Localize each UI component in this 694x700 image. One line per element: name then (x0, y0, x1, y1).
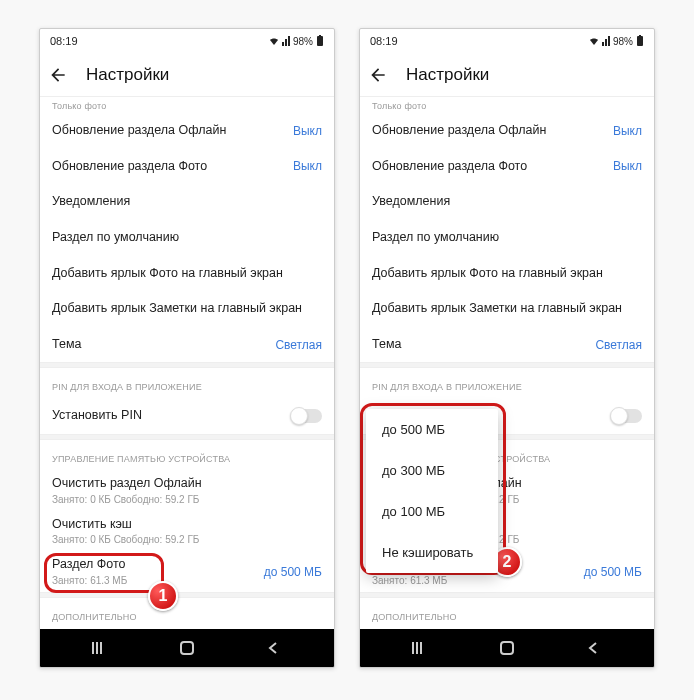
caption-only-photo: Только фото (360, 97, 654, 113)
svg-rect-1 (319, 35, 321, 36)
svg-rect-3 (637, 36, 643, 46)
row-label: Раздел по умолчанию (52, 230, 322, 246)
row-label: Очистить раздел Офлайн (52, 476, 210, 492)
nav-home-button[interactable] (162, 640, 212, 656)
row-label: Установить PIN (52, 408, 292, 424)
popup-option-100[interactable]: до 100 МБ (366, 491, 498, 532)
status-time: 08:19 (370, 35, 398, 47)
row-offline-update[interactable]: Обновление раздела Офлайн Выкл (40, 113, 334, 149)
pin-toggle[interactable] (292, 409, 322, 423)
row-photo-update[interactable]: Обновление раздела Фото Выкл (360, 149, 654, 185)
row-set-pin[interactable]: Установить PIN (40, 398, 334, 434)
row-value: Выкл (293, 124, 322, 138)
row-default-section[interactable]: Раздел по умолчанию (360, 220, 654, 256)
nav-back-button[interactable] (568, 641, 618, 655)
nav-home-button[interactable] (482, 640, 532, 656)
row-value: Выкл (613, 159, 642, 173)
row-clear-cache[interactable]: Очистить кэш Занято: 0 КБ Свободно: 59.2… (40, 511, 334, 552)
settings-content: Только фото Обновление раздела Офлайн Вы… (360, 97, 654, 629)
row-photo-update[interactable]: Обновление раздела Фото Выкл (40, 149, 334, 185)
caption-memory: УПРАВЛЕНИЕ ПАМЯТЬЮ УСТРОЙСТВА (40, 440, 334, 470)
row-theme[interactable]: Тема Светлая (360, 327, 654, 363)
caption-pin: PIN ДЛЯ ВХОДА В ПРИЛОЖЕНИЕ (360, 368, 654, 398)
row-label: Уведомления (372, 194, 642, 210)
row-sub: Занято: 61.3 МБ (52, 575, 264, 586)
row-label: Раздел по умолчанию (372, 230, 642, 246)
row-label: Раздел Фото (52, 557, 264, 573)
row-value: Светлая (595, 338, 642, 352)
popup-option-none[interactable]: Не кэшировать (366, 532, 498, 573)
row-label: Тема (372, 337, 595, 353)
row-label: Добавить ярлык Заметки на главный экран (372, 301, 642, 317)
caption-pin: PIN ДЛЯ ВХОДА В ПРИЛОЖЕНИЕ (40, 368, 334, 398)
nav-recent-button[interactable] (396, 641, 446, 655)
svg-rect-0 (317, 36, 323, 46)
row-value: до 500 МБ (584, 565, 642, 579)
popup-option-300[interactable]: до 300 МБ (366, 450, 498, 491)
status-icons: 98% (269, 35, 324, 47)
page-title: Настройки (86, 65, 169, 85)
nav-bar (360, 629, 654, 667)
row-label: Обновление раздела Фото (372, 159, 613, 175)
page-title: Настройки (406, 65, 489, 85)
row-clear-offline[interactable]: Очистить раздел Офлайн Занято: 0 КБ Своб… (40, 470, 334, 511)
title-bar: Настройки (360, 53, 654, 97)
row-default-section[interactable]: Раздел по умолчанию (40, 220, 334, 256)
status-time: 08:19 (50, 35, 78, 47)
row-label: Обновление раздела Фото (52, 159, 293, 175)
row-theme[interactable]: Тема Светлая (40, 327, 334, 363)
wifi-icon (589, 36, 599, 46)
battery-icon (316, 35, 324, 47)
caption-extra: ДОПОЛНИТЕЛЬНО (40, 598, 334, 628)
row-label: Обновление раздела Офлайн (52, 123, 293, 139)
status-bar: 08:19 98% (360, 29, 654, 53)
row-value: Выкл (293, 159, 322, 173)
svg-rect-5 (501, 642, 513, 654)
settings-content: Только фото Обновление раздела Офлайн Вы… (40, 97, 334, 629)
row-add-notes-shortcut[interactable]: Добавить ярлык Заметки на главный экран (360, 291, 654, 327)
row-label: Обновление раздела Офлайн (372, 123, 613, 139)
wifi-icon (269, 36, 279, 46)
title-bar: Настройки (40, 53, 334, 97)
row-about[interactable]: О программе (360, 628, 654, 629)
status-bar: 08:19 98% (40, 29, 334, 53)
phone-screenshot-2: 08:19 98% Настройки Только фото Обновлен… (359, 28, 655, 668)
pin-toggle[interactable] (612, 409, 642, 423)
battery-text: 98% (613, 36, 633, 47)
row-notifications[interactable]: Уведомления (360, 184, 654, 220)
back-arrow-icon[interactable] (368, 65, 388, 85)
row-value: до 500 МБ (264, 565, 322, 579)
row-add-photo-shortcut[interactable]: Добавить ярлык Фото на главный экран (360, 256, 654, 292)
row-sub: Занято: 0 КБ Свободно: 59.2 ГБ (52, 534, 199, 545)
row-label: Уведомления (52, 194, 322, 210)
signal-icon (602, 36, 610, 46)
row-about[interactable]: О программе (40, 628, 334, 629)
phone-screenshot-1: 08:19 98% Настройки Только фото Обновлен… (39, 28, 335, 668)
row-notifications[interactable]: Уведомления (40, 184, 334, 220)
nav-back-button[interactable] (248, 641, 298, 655)
nav-recent-button[interactable] (76, 641, 126, 655)
nav-bar (40, 629, 334, 667)
row-offline-update[interactable]: Обновление раздела Офлайн Выкл (360, 113, 654, 149)
row-sub: Занято: 0 КБ Свободно: 59.2 ГБ (52, 494, 199, 505)
row-value: Выкл (613, 124, 642, 138)
row-label: Добавить ярлык Заметки на главный экран (52, 301, 322, 317)
battery-icon (636, 35, 644, 47)
row-label: Добавить ярлык Фото на главный экран (52, 266, 322, 282)
row-add-notes-shortcut[interactable]: Добавить ярлык Заметки на главный экран (40, 291, 334, 327)
row-add-photo-shortcut[interactable]: Добавить ярлык Фото на главный экран (40, 256, 334, 292)
caption-extra: ДОПОЛНИТЕЛЬНО (360, 598, 654, 628)
svg-rect-2 (181, 642, 193, 654)
row-value: Светлая (275, 338, 322, 352)
row-label: Очистить кэш (52, 517, 140, 533)
caption-only-photo: Только фото (40, 97, 334, 113)
back-arrow-icon[interactable] (48, 65, 68, 85)
signal-icon (282, 36, 290, 46)
battery-text: 98% (293, 36, 313, 47)
svg-rect-4 (639, 35, 641, 36)
cache-size-popup: до 500 МБ до 300 МБ до 100 МБ Не кэширов… (366, 409, 498, 573)
row-photo-section[interactable]: Раздел Фото Занято: 61.3 МБ до 500 МБ (40, 551, 334, 592)
status-icons: 98% (589, 35, 644, 47)
row-label: Добавить ярлык Фото на главный экран (372, 266, 642, 282)
popup-option-500[interactable]: до 500 МБ (366, 409, 498, 450)
